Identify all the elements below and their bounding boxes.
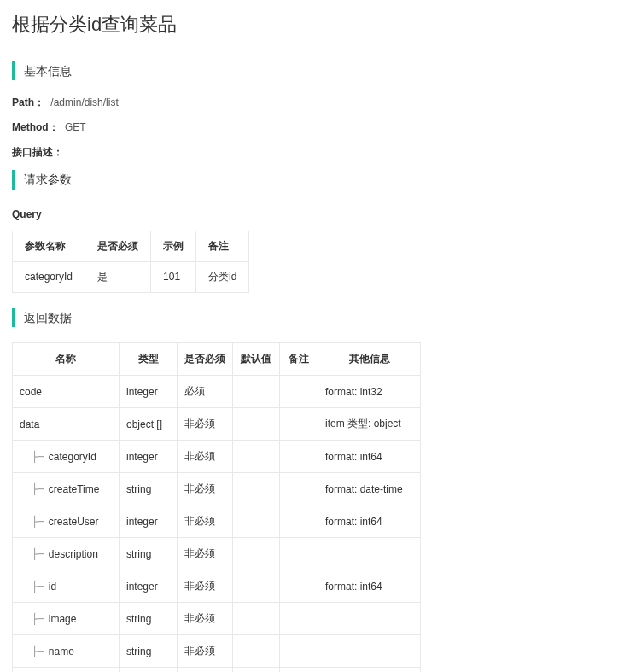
info-method-value: GET (65, 121, 86, 133)
section-response-data: 返回数据 (12, 308, 618, 327)
table-row: ├─ createUserinteger非必须format: int64 (13, 505, 421, 538)
table-cell: 非必须 (178, 473, 233, 505)
table-cell: format: int32 (318, 376, 421, 408)
table-cell (280, 570, 318, 603)
table-cell: 101 (151, 261, 196, 292)
query-th-name: 参数名称 (13, 231, 85, 261)
table-cell: format: int64 (318, 441, 421, 473)
info-description: 接口描述： (12, 145, 618, 160)
table-cell (233, 538, 280, 570)
table-cell (280, 408, 318, 441)
table-cell: 非必须 (178, 441, 233, 473)
table-cell (280, 668, 318, 672)
field-name-cell: ├─ createUser (13, 505, 120, 538)
table-cell: string (120, 635, 178, 668)
table-cell: 非必须 (178, 635, 233, 668)
query-header: Query (12, 208, 618, 220)
resp-th-required: 是否必须 (178, 343, 233, 376)
query-header-row: 参数名称 是否必须 示例 备注 (13, 231, 249, 261)
response-table: 名称 类型 是否必须 默认值 备注 其他信息 codeinteger必须form… (12, 342, 421, 672)
table-cell: item 类型: object (318, 408, 421, 441)
table-cell: format: int64 (318, 505, 421, 538)
table-cell (233, 473, 280, 505)
table-cell (233, 408, 280, 441)
field-name-cell: data (13, 408, 120, 441)
section-basic-info: 基本信息 (12, 61, 618, 80)
table-cell (280, 603, 318, 635)
info-path: Path： /admin/dish/list (12, 96, 618, 110)
table-cell: string (120, 473, 178, 505)
resp-th-other: 其他信息 (318, 343, 421, 376)
table-cell (233, 376, 280, 408)
table-cell: integer (120, 505, 178, 538)
resp-th-name: 名称 (13, 343, 120, 376)
table-cell: 是 (85, 261, 151, 292)
table-row: ├─ createTimestring非必须format: date-time (13, 473, 421, 505)
field-name: createTime (45, 483, 99, 495)
table-cell (233, 570, 280, 603)
table-cell (280, 635, 318, 668)
tree-branch-icon: ├─ (32, 613, 44, 625)
table-cell: integer (120, 376, 178, 408)
query-th-required: 是否必须 (85, 231, 151, 261)
field-name: image (45, 613, 76, 625)
tree-branch-icon: ├─ (32, 646, 44, 657)
table-cell: format: int64 (318, 570, 421, 603)
table-cell: categoryId (13, 261, 85, 292)
table-row: ├─ namestring非必须 (13, 635, 421, 668)
table-cell (233, 635, 280, 668)
query-th-note: 备注 (196, 231, 249, 261)
table-cell: integer (120, 441, 178, 473)
table-cell: string (120, 603, 178, 635)
response-header-row: 名称 类型 是否必须 默认值 备注 其他信息 (13, 343, 421, 376)
table-cell: 非必须 (178, 505, 233, 538)
table-row: categoryId是101分类id (13, 261, 249, 292)
table-row: codeinteger必须format: int32 (13, 376, 421, 408)
table-row: dataobject []非必须item 类型: object (13, 408, 421, 441)
table-cell: 非必须 (178, 603, 233, 635)
field-name: name (45, 646, 73, 657)
info-path-label: Path： (12, 96, 44, 108)
info-path-value: /admin/dish/list (50, 96, 118, 108)
table-row: ├─ categoryIdinteger非必须format: int64 (13, 441, 421, 473)
table-cell (318, 538, 421, 570)
table-cell: format: date-time (318, 473, 421, 505)
table-cell: integer (120, 570, 178, 603)
table-row: ├─ idinteger非必须format: int64 (13, 570, 421, 603)
field-name-cell: ├─ description (13, 538, 120, 570)
field-name-cell: ├─ createTime (13, 473, 120, 505)
field-name: categoryId (45, 451, 96, 463)
table-cell: 必须 (178, 376, 233, 408)
table-cell: number (120, 668, 178, 672)
table-cell: 非必须 (178, 570, 233, 603)
table-cell (233, 505, 280, 538)
table-cell: 非必须 (178, 538, 233, 570)
table-cell (280, 376, 318, 408)
tree-branch-icon: ├─ (32, 451, 44, 463)
field-name-cell: code (13, 376, 120, 408)
field-name-cell: ├─ id (13, 570, 120, 603)
info-method-label: Method： (12, 121, 59, 133)
table-cell (318, 635, 421, 668)
page-title: 根据分类id查询菜品 (12, 12, 618, 38)
table-cell: 非必须 (178, 408, 233, 441)
table-cell: 非必须 (178, 668, 233, 672)
tree-branch-icon: ├─ (32, 581, 44, 593)
tree-branch-icon: ├─ (32, 548, 44, 560)
table-cell (280, 473, 318, 505)
table-row: ├─ imagestring非必须 (13, 603, 421, 635)
resp-th-note: 备注 (280, 343, 318, 376)
field-name-cell: ├─ image (13, 603, 120, 635)
table-cell: string (120, 538, 178, 570)
table-cell (233, 441, 280, 473)
field-name-cell: ├─ price (13, 668, 120, 672)
query-table: 参数名称 是否必须 示例 备注 categoryId是101分类id (12, 231, 249, 293)
table-cell (280, 441, 318, 473)
field-name: id (45, 581, 56, 593)
resp-th-default: 默认值 (233, 343, 280, 376)
table-cell (233, 668, 280, 672)
table-row: ├─ descriptionstring非必须 (13, 538, 421, 570)
field-name-cell: ├─ name (13, 635, 120, 668)
info-description-label: 接口描述： (12, 146, 63, 158)
info-method: Method： GET (12, 120, 618, 135)
